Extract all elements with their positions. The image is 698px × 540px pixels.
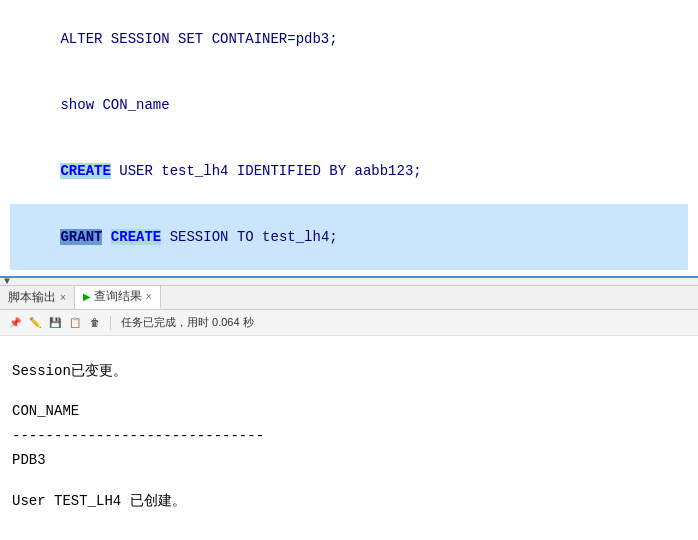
output-spacer-5 xyxy=(12,530,686,540)
toolbar-edit-btn[interactable]: ✏️ xyxy=(26,314,44,332)
code-area[interactable]: ALTER SESSION SET CONTAINER=pdb3; show C… xyxy=(0,0,698,278)
output-spacer-4 xyxy=(12,514,686,530)
output-spacer-3 xyxy=(12,474,686,490)
keyword-create2: CREATE xyxy=(111,229,161,245)
keyword-grant: GRANT xyxy=(60,229,102,245)
tab-bar: 脚本输出 × ▶ 查询结果 × xyxy=(0,286,698,310)
query-tab-close[interactable]: × xyxy=(146,291,152,302)
output-user-created: User TEST_LH4 已创建。 xyxy=(12,490,686,512)
output-toolbar: 📌 ✏️ 💾 📋 🗑 任务已完成，用时 0.064 秒 xyxy=(0,310,698,336)
code-text-1: ALTER SESSION SET CONTAINER=pdb3; xyxy=(60,31,337,47)
code-editor: ALTER SESSION SET CONTAINER=pdb3; show C… xyxy=(0,0,698,286)
output-spacer-2 xyxy=(12,384,686,400)
toolbar-pin-btn[interactable]: 📌 xyxy=(6,314,24,332)
code-line-1: ALTER SESSION SET CONTAINER=pdb3; xyxy=(10,6,688,72)
toolbar-save-btn[interactable]: 💾 xyxy=(46,314,64,332)
output-separator: ------------------------------ xyxy=(12,425,686,447)
script-tab-close[interactable]: × xyxy=(60,292,66,303)
scroll-indicator: ▼ xyxy=(4,276,10,287)
query-result-label: 查询结果 xyxy=(94,288,142,305)
keyword-create: CREATE xyxy=(60,163,110,179)
code-line-2: show CON_name xyxy=(10,72,688,138)
tab-script-output[interactable]: 脚本输出 × xyxy=(0,286,75,309)
output-session: Session已变更。 xyxy=(12,360,686,382)
toolbar-sep xyxy=(110,316,111,330)
output-section: Session已变更。 CON_NAME -------------------… xyxy=(0,336,698,540)
output-pdb3: PDB3 xyxy=(12,449,686,471)
code-text-4: GRANT CREATE SESSION TO test_lh4; xyxy=(60,229,337,245)
code-text-2: show CON_name xyxy=(60,97,169,113)
tab-query-result[interactable]: ▶ 查询结果 × xyxy=(75,286,161,309)
toolbar-status: 任务已完成，用时 0.064 秒 xyxy=(121,315,254,330)
code-line-4: GRANT CREATE SESSION TO test_lh4; xyxy=(10,204,688,270)
code-text-3: CREATE USER test_lh4 IDENTIFIED BY aabb1… xyxy=(60,163,421,179)
toolbar-clear-btn[interactable]: 🗑 xyxy=(86,314,104,332)
toolbar-copy-btn[interactable]: 📋 xyxy=(66,314,84,332)
output-spacer-1 xyxy=(12,344,686,360)
code-line-3: CREATE USER test_lh4 IDENTIFIED BY aabb1… xyxy=(10,138,688,204)
play-icon: ▶ xyxy=(83,291,91,302)
script-output-label: 脚本输出 xyxy=(8,289,56,306)
output-con-name-header: CON_NAME xyxy=(12,400,686,422)
output-area: Session已变更。 CON_NAME -------------------… xyxy=(0,336,698,540)
